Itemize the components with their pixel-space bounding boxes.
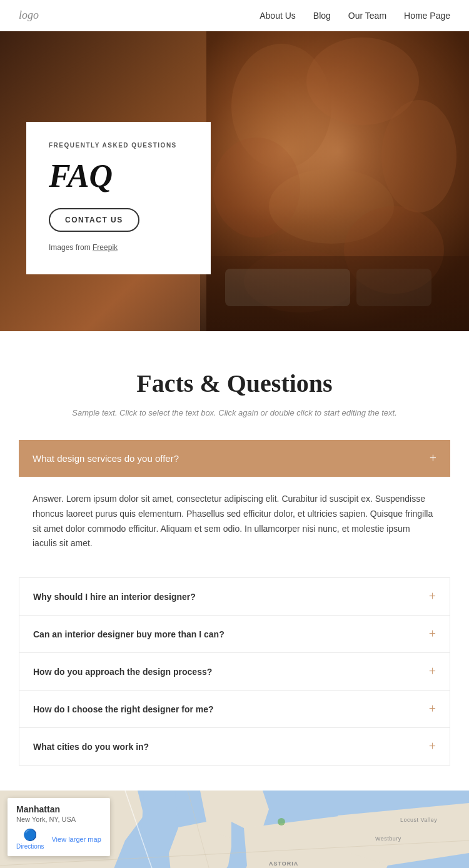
contact-us-button[interactable]: CONTACT US bbox=[49, 208, 139, 232]
nav-our-team[interactable]: Our Team bbox=[348, 11, 386, 21]
svg-rect-9 bbox=[225, 269, 350, 306]
faq-list: Why should I hire an interior designer? … bbox=[19, 577, 450, 766]
faq-item-0[interactable]: Why should I hire an interior designer? … bbox=[19, 578, 450, 616]
faq-toggle-icon-1: + bbox=[429, 627, 436, 641]
svg-rect-10 bbox=[356, 269, 431, 306]
svg-text:ASTORIA: ASTORIA bbox=[269, 861, 298, 867]
faq-section: Facts & Questions Sample text. Click to … bbox=[0, 331, 469, 791]
faq-active-question: What design services do you offer? bbox=[33, 453, 179, 464]
faq-question-3: How do I choose the right designer for m… bbox=[33, 704, 214, 714]
map-popup-title: Manhattan bbox=[16, 804, 101, 814]
faq-question-1: Can an interior designer buy more than I… bbox=[33, 629, 224, 639]
faq-subtitle: Sample text. Click to select the text bo… bbox=[19, 408, 450, 417]
map-background: MANHATTAN ASTORIA JACKSON HEIGHTS Montcl… bbox=[0, 791, 469, 868]
map-popup-links: 🔵 Directions View larger map bbox=[16, 828, 101, 850]
map-popup-subtitle: New York, NY, USA bbox=[16, 816, 101, 823]
map-directions-link[interactable]: 🔵 Directions bbox=[16, 828, 44, 850]
navbar: logo About Us Blog Our Team Home Page bbox=[0, 0, 469, 31]
directions-label: Directions bbox=[16, 843, 44, 850]
faq-toggle-icon-0: + bbox=[429, 589, 436, 604]
directions-icon: 🔵 bbox=[23, 828, 37, 842]
hero-decorative-svg bbox=[206, 31, 469, 331]
faq-question-4: What cities do you work in? bbox=[33, 742, 149, 752]
faq-active-answer: Answer. Lorem ipsum dolor sit amet, cons… bbox=[19, 477, 450, 569]
nav-links: About Us Blog Our Team Home Page bbox=[260, 11, 450, 21]
faq-active-toggle-icon: + bbox=[430, 451, 436, 466]
svg-text:Westbury: Westbury bbox=[375, 836, 401, 842]
faq-question-2: How do you approach the design process? bbox=[33, 667, 212, 677]
faq-item-1[interactable]: Can an interior designer buy more than I… bbox=[19, 616, 450, 653]
nav-home-page[interactable]: Home Page bbox=[404, 11, 450, 21]
map-popup: Manhattan New York, NY, USA 🔵 Directions… bbox=[8, 798, 110, 856]
faq-active-item[interactable]: What design services do you offer? + bbox=[19, 440, 450, 477]
svg-text:Locust Valley: Locust Valley bbox=[400, 817, 437, 823]
hero-card-title: FAQ bbox=[49, 157, 188, 194]
svg-point-3 bbox=[381, 100, 456, 212]
faq-title: Facts & Questions bbox=[19, 369, 450, 398]
faq-item-4[interactable]: What cities do you work in? + bbox=[19, 728, 450, 765]
hero-card-subtitle: FREQUENTLY ASKED QUESTIONS bbox=[49, 142, 188, 149]
hero-section: FREQUENTLY ASKED QUESTIONS FAQ CONTACT U… bbox=[0, 31, 469, 331]
nav-blog[interactable]: Blog bbox=[313, 11, 331, 21]
faq-toggle-icon-2: + bbox=[429, 664, 436, 679]
map-section: MANHATTAN ASTORIA JACKSON HEIGHTS Montcl… bbox=[0, 791, 469, 868]
faq-item-2[interactable]: How do you approach the design process? … bbox=[19, 653, 450, 691]
nav-about[interactable]: About Us bbox=[260, 11, 296, 21]
faq-item-3[interactable]: How do I choose the right designer for m… bbox=[19, 691, 450, 728]
faq-toggle-icon-4: + bbox=[429, 739, 436, 754]
hero-card: FREQUENTLY ASKED QUESTIONS FAQ CONTACT U… bbox=[26, 122, 211, 274]
image-credit: Images from Freepik bbox=[49, 243, 188, 252]
faq-question-0: Why should I hire an interior designer? bbox=[33, 592, 196, 602]
freepik-link[interactable]: Freepik bbox=[93, 243, 118, 252]
map-larger-link[interactable]: View larger map bbox=[51, 828, 101, 850]
svg-point-37 bbox=[278, 818, 285, 826]
faq-toggle-icon-3: + bbox=[429, 702, 436, 716]
logo: logo bbox=[19, 9, 39, 22]
